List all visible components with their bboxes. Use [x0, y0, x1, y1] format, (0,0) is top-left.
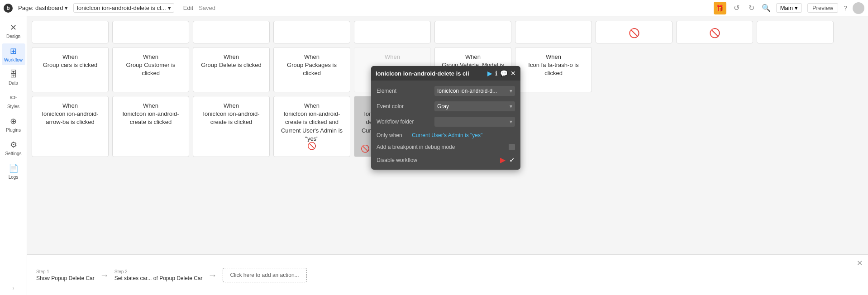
ban-icon-delete-admin: 🚫 [361, 144, 370, 154]
main-layout: ✕ Design ⊞ Workflow 🗄 Data ✏ Styles ⊕ Pl… [0, 16, 868, 295]
top-card-4[interactable] [273, 21, 350, 43]
popup-color-value: Gray [437, 103, 510, 109]
sidebar-label-workflow: Workflow [4, 57, 23, 62]
wf-card-customer[interactable]: WhenGroup Customer is clicked [112, 47, 189, 92]
popup-disable-label: Disable workflow [377, 157, 496, 163]
popup-play-icon[interactable]: ▶ [487, 70, 492, 77]
search-icon[interactable]: 🔍 [762, 4, 771, 12]
top-card-8[interactable]: 🚫 [596, 21, 672, 43]
top-row: 🚫 🚫 [32, 21, 863, 43]
popup-element-value: IonicIcon ion-android-d... [437, 88, 510, 94]
step1-num: Step 1 [36, 269, 95, 274]
popup-condition-link[interactable]: Current User's Admin is "yes" [412, 132, 515, 138]
popup-folder-select[interactable]: ▾ [434, 117, 515, 127]
sidebar-label-design: Design [6, 34, 20, 39]
wf-card-delete[interactable]: WhenGroup Delete is clicked [193, 47, 270, 92]
plugins-icon: ⊕ [10, 116, 17, 126]
page-label: Page: [18, 5, 33, 11]
gift-icon[interactable]: 🎁 [714, 2, 726, 14]
top-card-2[interactable] [112, 21, 189, 43]
top-card-7[interactable] [515, 21, 592, 43]
sidebar-label-data: Data [9, 81, 18, 86]
redo-icon[interactable]: ↻ [747, 4, 756, 12]
popup-element-arrow: ▾ [510, 88, 512, 94]
main-label: Main [780, 5, 793, 11]
wf-card-packages[interactable]: WhenGroup Packages is clicked [273, 47, 350, 92]
avatar[interactable] [853, 2, 864, 14]
step1-label[interactable]: Show Popup Delete Car [36, 275, 95, 281]
step-arrow-2: → [208, 270, 217, 281]
preview-button[interactable]: Preview [807, 3, 838, 13]
popup-header-icons: ▶ ℹ 💬 ✕ [487, 70, 516, 77]
bottom-panel: ✕ Step 1 Show Popup Delete Car → Step 2 … [27, 254, 868, 295]
page-name: dashboard [35, 5, 63, 11]
popup-color-select[interactable]: Gray ▾ [434, 101, 515, 111]
close-panel-button[interactable]: ✕ [857, 259, 863, 267]
main-dropdown-icon: ▾ [795, 5, 798, 11]
popup-only-label: Only when [377, 132, 408, 138]
popup-element-select[interactable]: IonicIcon ion-android-d... ▾ [434, 86, 515, 96]
add-action-button[interactable]: Click here to add an action... [223, 268, 307, 282]
card-title-obscured: When [385, 53, 400, 61]
wf-card-create2[interactable]: WhenIonicIcon ion-android-create is clic… [193, 96, 270, 157]
undo-icon[interactable]: ↺ [732, 4, 741, 12]
step-arrow-1: → [100, 270, 109, 281]
popup-element-row: Element IonicIcon ion-android-d... ▾ [377, 86, 515, 96]
content-area: 🚫 🚫 WhenGroup cars is clicked WhenGroup … [27, 16, 868, 295]
styles-icon: ✏ [10, 93, 17, 103]
sidebar: ✕ Design ⊞ Workflow 🗄 Data ✏ Styles ⊕ Pl… [0, 16, 27, 295]
popup-title: IonicIcon ion-android-delete is cli [376, 70, 484, 77]
saved-status: Saved [199, 5, 215, 11]
popup-debug-checkbox[interactable] [509, 144, 515, 150]
wf-card-create1[interactable]: WhenIonicIcon ion-android-create is clic… [112, 96, 189, 157]
help-icon[interactable]: ? [844, 5, 847, 12]
page-dropdown-icon[interactable]: ▾ [65, 5, 68, 11]
popup-folder-label: Workflow folder [377, 119, 431, 125]
wf-card-trash[interactable]: WhenIcon fa fa-trash-o is clicked [515, 47, 592, 92]
top-card-3[interactable] [193, 21, 270, 43]
wf-card-arrowba[interactable]: WhenIonicIcon ion-android-arrow-ba is cl… [32, 96, 109, 157]
workflow-dropdown-icon: ▾ [168, 5, 171, 11]
popup-chat-icon[interactable]: 💬 [500, 70, 508, 77]
sidebar-item-logs[interactable]: 📄 Logs [2, 161, 25, 182]
wf-card-cars[interactable]: WhenGroup cars is clicked [32, 47, 109, 92]
sidebar-item-styles[interactable]: ✏ Styles [2, 90, 25, 112]
sidebar-item-settings[interactable]: ⚙ Settings [2, 137, 25, 159]
sidebar-label-logs: Logs [9, 175, 19, 180]
top-card-6[interactable] [434, 21, 511, 43]
popup-debug-label: Add a breakpoint in debug mode [377, 144, 505, 150]
top-card-5[interactable] [354, 21, 431, 43]
sidebar-item-design[interactable]: ✕ Design [2, 20, 25, 42]
ban-icon-9: 🚫 [709, 27, 720, 39]
main-selector[interactable]: Main ▾ [776, 3, 802, 13]
workflow-selector[interactable]: IonicIcon ion-android-delete is cl... ▾ [73, 3, 174, 13]
top-card-10[interactable] [757, 21, 834, 43]
popup-color-arrow: ▾ [510, 103, 512, 109]
sidebar-expand-icon[interactable]: › [13, 285, 14, 291]
step2-label[interactable]: Set states car... of Popup Delete Car [114, 275, 203, 281]
step1-block: Step 1 Show Popup Delete Car [36, 269, 95, 281]
sidebar-item-plugins[interactable]: ⊕ Plugins [2, 114, 25, 135]
card-title-arrowba: WhenIonicIcon ion-android-arrow-ba is cl… [37, 102, 104, 127]
card-title-packages: WhenGroup Packages is clicked [278, 53, 345, 78]
page-selector[interactable]: Page: dashboard ▾ [18, 5, 68, 11]
logs-icon: 📄 [9, 163, 19, 173]
design-icon: ✕ [10, 23, 17, 33]
sidebar-label-plugins: Plugins [6, 128, 21, 133]
popup-only-when-row: Only when Current User's Admin is "yes" [377, 132, 515, 138]
popup-close-icon[interactable]: ✕ [510, 70, 516, 77]
top-card-9[interactable]: 🚫 [676, 21, 753, 43]
popup-color-row: Event color Gray ▾ [377, 101, 515, 111]
sidebar-item-workflow[interactable]: ⊞ Workflow [2, 43, 25, 65]
popup-folder-row: Workflow folder ▾ [377, 117, 515, 127]
popup-debug-row: Add a breakpoint in debug mode [377, 144, 515, 150]
ban-icon-8: 🚫 [629, 27, 640, 39]
wf-card-create-admin[interactable]: WhenIonicIcon ion-android-create is clic… [273, 96, 350, 157]
ban-icon-create-admin: 🚫 [307, 141, 316, 151]
popup-disable-check-icon[interactable]: ✓ [509, 156, 515, 164]
top-card-1[interactable] [32, 21, 109, 43]
sidebar-label-styles: Styles [7, 104, 19, 109]
sidebar-item-data[interactable]: 🗄 Data [2, 67, 25, 88]
edit-button[interactable]: Edit [183, 5, 193, 11]
popup-info-icon[interactable]: ℹ [495, 70, 497, 77]
